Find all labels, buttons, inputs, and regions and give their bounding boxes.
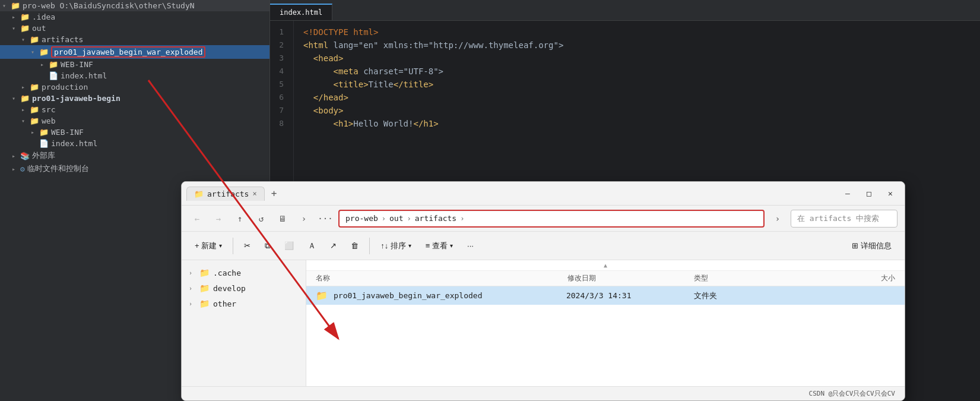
line-number-5: 5 [270, 78, 288, 91]
explorer-nav-bar: ← → ↑ ↺ 🖥 › ··· pro-web › out › artifact… [182, 206, 905, 232]
sort-btn[interactable]: ↑↓ 排序 ▾ [375, 238, 417, 254]
window-controls: — □ ✕ [838, 187, 900, 201]
code-line-1: <!DOCTYPE html> [303, 26, 980, 39]
copy-btn[interactable]: ⧉ [259, 239, 276, 253]
copy-icon: ⧉ [265, 241, 270, 251]
nav-more-btn[interactable]: ··· [317, 210, 334, 227]
folder-brown-icon: 📁 [20, 24, 30, 33]
detail-info-btn[interactable]: ⊞ 详细信息 [846, 238, 897, 254]
tree-item-label: artifacts [42, 35, 83, 44]
line-number-1: 1 [270, 26, 288, 39]
tree-item-11[interactable]: 📁WEB-INF [0, 127, 269, 138]
sidebar-item-other[interactable]: › 📁 other [182, 296, 306, 311]
scroll-indicator: ▲ [306, 260, 905, 271]
sidebar-item-develop[interactable]: › 📁 develop [182, 280, 306, 296]
tab-close-btn[interactable]: × [252, 190, 256, 198]
sidebar-folder-icon-2: 📁 [199, 299, 210, 308]
address-chevron-btn[interactable]: › [769, 210, 786, 227]
tree-item-2[interactable]: 📁out [0, 23, 269, 34]
sidebar-folder-icon-0: 📁 [199, 268, 210, 277]
file-type-0: 文件夹 [694, 291, 817, 301]
close-btn[interactable]: ✕ [881, 187, 900, 201]
tree-item-label: 临时文件和控制台 [27, 163, 89, 174]
address-after-separator: › [460, 214, 464, 223]
tree-item-label: production [42, 83, 88, 91]
delete-btn[interactable]: 🗑 [345, 239, 364, 252]
new-item-btn[interactable]: + 新建 ▾ [189, 238, 228, 254]
folder-brown-icon: 📁 [30, 83, 39, 91]
refresh-btn[interactable]: ↺ [253, 210, 269, 227]
tree-arrow [21, 36, 30, 43]
folder-brown-icon: 📁 [30, 35, 39, 44]
tree-item-12[interactable]: 📄index.html [0, 138, 269, 149]
code-line-3: <head> [303, 52, 980, 65]
tree-item-4[interactable]: 📁pro01_javaweb_begin_war_exploded [0, 45, 269, 59]
tree-item-13[interactable]: 📚外部库 [0, 149, 269, 162]
tree-arrow [12, 14, 20, 20]
tree-arrow [12, 153, 20, 159]
col-header-date[interactable]: 修改日期 [567, 273, 693, 283]
search-bar[interactable]: 在 artifacts 中搜索 [791, 210, 897, 228]
tree-item-5[interactable]: 📁WEB-INF [0, 59, 269, 70]
view-btn[interactable]: ≡ 查看 ▾ [420, 238, 459, 254]
explorer-tab-artifacts[interactable]: 📁 artifacts × [186, 187, 265, 201]
tree-item-9[interactable]: 📁src [0, 104, 269, 115]
folder-icon: 📁 [49, 60, 58, 69]
tree-item-3[interactable]: 📁artifacts [0, 34, 269, 45]
sidebar-arrow-1: › [189, 285, 196, 292]
tree-item-label: src [42, 105, 55, 114]
tree-arrow [40, 61, 49, 68]
file-list: 📁 pro01_javaweb_begin_war_exploded 2024/… [306, 286, 905, 305]
address-segment-2[interactable]: artifacts [415, 214, 456, 223]
sidebar-item-.cache[interactable]: › 📁 .cache [182, 265, 306, 280]
watermark-text: CSDN @只会CV只会CV只会CV [809, 389, 895, 398]
code-line-7: <body> [303, 104, 980, 117]
cut-btn[interactable]: ✂ [238, 239, 256, 252]
address-bar[interactable]: pro-web › out › artifacts › [338, 210, 765, 228]
computer-btn[interactable]: 🖥 [274, 210, 291, 227]
chevron-btn[interactable]: › [296, 210, 312, 227]
tab-folder-icon: 📁 [194, 190, 204, 198]
toolbar-divider-2 [369, 238, 370, 254]
tab-label: index.html [280, 8, 322, 17]
line-number-6: 6 [270, 91, 288, 104]
view-chevron: ▾ [450, 242, 453, 249]
col-header-type[interactable]: 类型 [694, 273, 820, 283]
col-header-name[interactable]: 名称 [316, 273, 567, 283]
minimize-btn[interactable]: — [838, 187, 857, 201]
tree-item-1[interactable]: 📁.idea [0, 11, 269, 23]
rename-btn[interactable]: Ａ [302, 238, 322, 254]
tree-item-label: WEB-INF [51, 128, 84, 137]
detail-label: 详细信息 [861, 241, 892, 251]
tab-index-html[interactable]: index.html [270, 4, 332, 20]
tree-item-10[interactable]: 📁web [0, 115, 269, 127]
toolbar-more-btn[interactable]: ··· [461, 239, 480, 252]
paste-btn[interactable]: ⬜ [278, 239, 300, 252]
tree-arrow [21, 84, 30, 90]
search-placeholder: 在 artifacts 中搜索 [797, 213, 879, 224]
tree-item-14[interactable]: ⚙临时文件和控制台 [0, 162, 269, 175]
tree-item-6[interactable]: 📄index.html [0, 70, 269, 81]
tree-item-8[interactable]: 📁pro01-javaweb-begin [0, 93, 269, 104]
new-tab-btn[interactable]: + [266, 185, 283, 202]
explorer-status-bar: CSDN @只会CV只会CV只会CV [182, 386, 905, 400]
file-item-0[interactable]: 📁 pro01_javaweb_begin_war_exploded 2024/… [306, 286, 905, 305]
share-btn[interactable]: ↗ [324, 239, 342, 252]
up-btn[interactable]: ↑ [231, 210, 248, 227]
address-segment-0[interactable]: pro-web [345, 214, 378, 223]
new-item-chevron: ▾ [219, 242, 222, 249]
address-segment-1[interactable]: out [389, 214, 403, 223]
forward-btn[interactable]: → [210, 210, 227, 227]
maximize-btn[interactable]: □ [860, 187, 878, 201]
line-number-4: 4 [270, 65, 288, 78]
rename-icon: Ａ [308, 241, 316, 251]
col-header-size[interactable]: 大小 [820, 273, 895, 283]
tree-item-7[interactable]: 📁production [0, 81, 269, 93]
sort-label: ↑↓ 排序 [380, 241, 406, 251]
file-name-0: pro01_javaweb_begin_war_exploded [334, 291, 482, 300]
tree-arrow [31, 129, 39, 135]
address-separator-1: › [407, 214, 411, 223]
back-btn[interactable]: ← [189, 210, 205, 227]
tree-item-0[interactable]: 📁pro-web O:\BaiduSyncdisk\other\StudyN [0, 0, 269, 11]
explorer-tabs: 📁 artifacts × + [186, 185, 283, 202]
